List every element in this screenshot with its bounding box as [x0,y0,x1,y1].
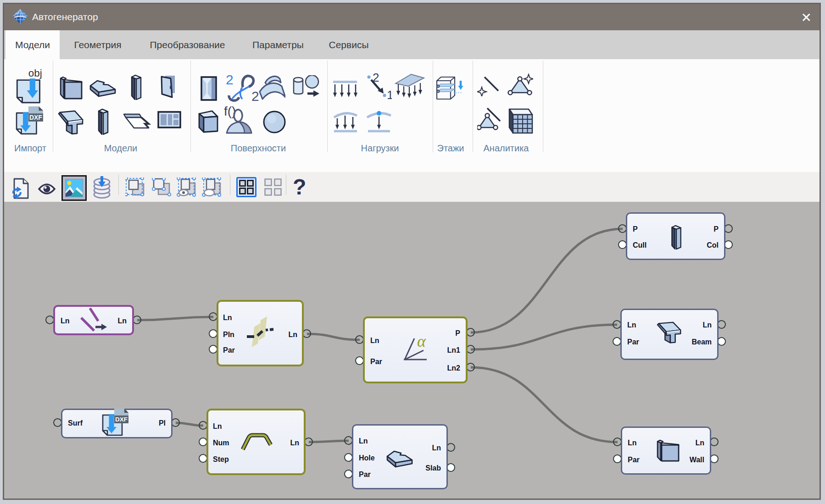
svg-text:α: α [417,332,426,350]
